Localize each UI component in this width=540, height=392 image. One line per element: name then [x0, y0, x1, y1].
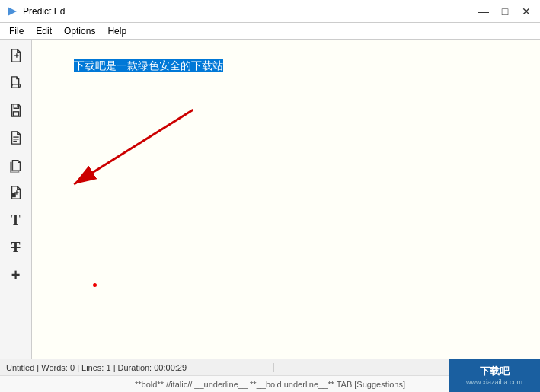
status-text: Untitled | Words: 0 | Lines: 1 | Duratio… — [0, 363, 274, 372]
new-file-button[interactable] — [3, 43, 29, 69]
bottom-area: Untitled | Words: 0 | Lines: 1 | Duratio… — [0, 359, 540, 392]
svg-line-11 — [74, 110, 193, 184]
watermark-inner: 下载吧 www.xiazaiba.com — [466, 365, 522, 386]
svg-rect-3 — [13, 112, 18, 116]
annotation-arrow — [44, 47, 528, 351]
maximize-button[interactable]: □ — [497, 4, 513, 19]
multipage-button[interactable] — [3, 152, 29, 178]
red-dot — [93, 283, 97, 287]
text-button[interactable]: T — [3, 207, 29, 233]
open-file-button[interactable] — [3, 70, 29, 96]
document-button[interactable] — [3, 125, 29, 151]
main-area: T T + 下载吧是一款绿色安全的下载站 — [0, 40, 540, 359]
title-text: Predict Ed — [23, 6, 65, 17]
menu-bar: File Edit Options Help — [0, 23, 540, 40]
menu-help[interactable]: Help — [101, 24, 133, 38]
menu-file[interactable]: File — [3, 24, 30, 38]
editor-scroll[interactable]: 下载吧是一款绿色安全的下载站 — [32, 40, 540, 359]
strikethrough-text-button[interactable]: T — [3, 234, 29, 260]
menu-options[interactable]: Options — [58, 24, 101, 38]
watermark-title: 下载吧 — [480, 365, 510, 378]
hint-bar: **bold** //italic// __underline__ **__bo… — [0, 375, 540, 392]
add-button[interactable]: + — [3, 262, 29, 288]
app-icon — [6, 5, 18, 18]
save-file-button[interactable] — [3, 97, 29, 123]
svg-rect-9 — [12, 193, 15, 197]
title-controls: — □ ✕ — [476, 4, 534, 19]
editor-content: 下载吧是一款绿色安全的下载站 — [44, 47, 528, 351]
title-bar: Predict Ed — □ ✕ — [0, 0, 540, 23]
title-left: Predict Ed — [6, 5, 65, 18]
close-button[interactable]: ✕ — [519, 4, 534, 19]
menu-edit[interactable]: Edit — [30, 24, 58, 38]
watermark-url: www.xiazaiba.com — [466, 378, 522, 386]
selected-text: 下载吧是一款绿色安全的下载站 — [74, 59, 223, 72]
bookmark-button[interactable] — [3, 180, 29, 206]
minimize-button[interactable]: — — [476, 4, 491, 19]
watermark: 下载吧 www.xiazaiba.com — [449, 359, 540, 392]
svg-marker-0 — [8, 7, 17, 16]
editor-container: 下载吧是一款绿色安全的下载站 — [32, 40, 540, 359]
toolbar: T T + — [0, 40, 32, 359]
editor-line1: 下载吧是一款绿色安全的下载站 — [44, 47, 528, 85]
